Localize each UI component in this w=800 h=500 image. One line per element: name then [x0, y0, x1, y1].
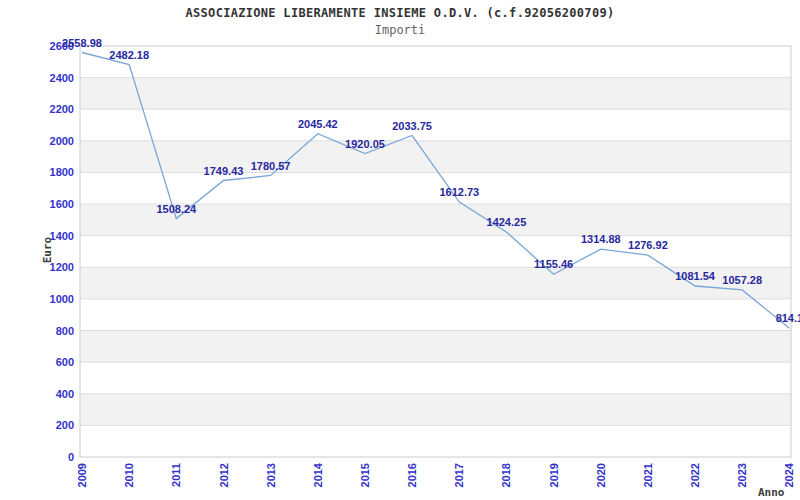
y-tick-label: 1600 — [50, 198, 74, 210]
x-axis-title: Anno — [758, 486, 785, 499]
point-label: 814.1 — [776, 312, 800, 324]
x-tick-label: 2019 — [548, 463, 560, 487]
x-tick-label: 2013 — [265, 463, 277, 487]
point-label: 1314.88 — [581, 233, 621, 245]
point-label: 1508.24 — [156, 203, 197, 215]
point-label: 2033.75 — [392, 120, 432, 132]
x-tick-label: 2020 — [595, 463, 607, 487]
x-tick-label: 2023 — [736, 463, 748, 487]
x-tick-label: 2012 — [218, 463, 230, 487]
point-label: 1749.43 — [204, 165, 244, 177]
y-axis-title: Euro — [41, 236, 54, 263]
y-tick-label: 1000 — [50, 293, 74, 305]
plot-band — [80, 78, 791, 110]
x-tick-label: 2022 — [689, 463, 701, 487]
y-tick-label: 1800 — [50, 166, 74, 178]
y-tick-label: 2400 — [50, 72, 74, 84]
x-tick-label: 2015 — [359, 463, 371, 487]
y-tick-label: 2200 — [50, 103, 74, 115]
y-tick-label: 800 — [56, 325, 74, 337]
y-tick-label: 600 — [56, 356, 74, 368]
plot-band — [80, 394, 791, 426]
plot-band — [80, 331, 791, 363]
point-label: 1057.28 — [722, 274, 762, 286]
x-tick-label: 2024 — [783, 462, 795, 487]
x-tick-label: 2016 — [406, 463, 418, 487]
x-tick-label: 2010 — [123, 463, 135, 487]
y-tick-label: 0 — [68, 451, 74, 463]
point-label: 1081.54 — [675, 270, 716, 282]
chart-canvas: ASSOCIAZIONE LIBERAMENTE INSIEME O.D.V. … — [0, 0, 800, 500]
line-chart: 0200400600800100012001400160018002000220… — [0, 0, 800, 500]
x-tick-label: 2017 — [453, 463, 465, 487]
x-tick-label: 2018 — [500, 463, 512, 487]
y-tick-label: 200 — [56, 419, 74, 431]
x-tick-label: 2021 — [642, 463, 654, 487]
point-label: 1155.46 — [534, 258, 573, 270]
point-label: 1920.05 — [345, 138, 385, 150]
point-label: 1612.73 — [439, 186, 479, 198]
y-tick-label: 400 — [56, 388, 74, 400]
point-label: 2558.98 — [62, 37, 102, 49]
point-label: 2482.18 — [109, 49, 149, 61]
point-label: 1780.57 — [251, 160, 291, 172]
x-tick-label: 2011 — [170, 463, 182, 487]
y-tick-label: 2000 — [50, 135, 74, 147]
point-label: 2045.42 — [298, 118, 338, 130]
x-tick-label: 2014 — [312, 462, 324, 487]
point-label: 1424.25 — [487, 216, 527, 228]
x-tick-label: 2009 — [76, 463, 88, 487]
point-label: 1276.92 — [628, 239, 668, 251]
